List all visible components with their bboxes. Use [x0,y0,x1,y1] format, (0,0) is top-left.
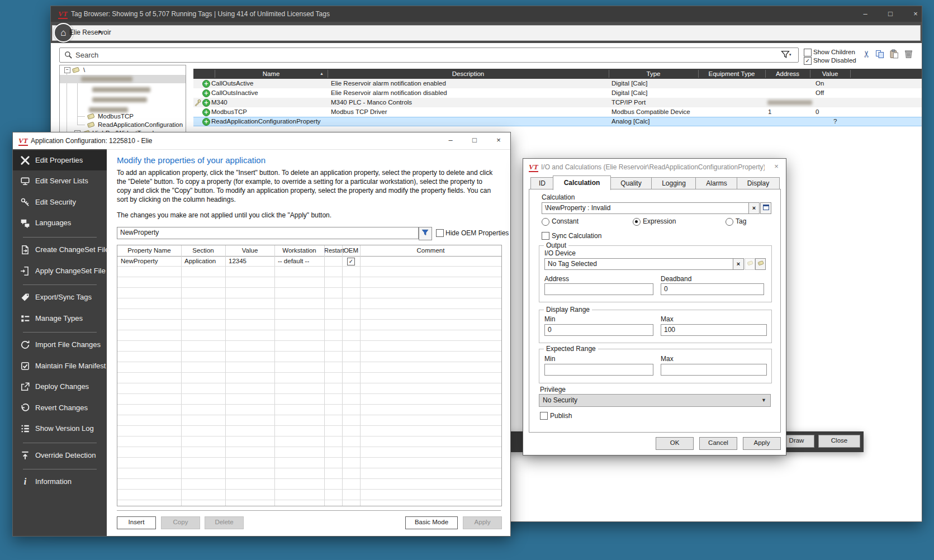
display-min-input[interactable]: 0 [544,324,653,336]
tab-display[interactable]: Display [737,177,780,189]
sidebar-item-manage-types[interactable]: Manage Types [13,309,107,329]
oem-checkbox[interactable]: ✓ [347,258,355,265]
sidebar-item-label: Maintain File Manifest [35,362,106,370]
sidebar-item-edit-properties[interactable]: Edit Properties [13,150,107,170]
show-children-checkbox[interactable] [804,49,812,56]
apply-button[interactable]: Apply [743,437,781,450]
new-tag-button[interactable] [755,258,766,270]
tab-logging[interactable]: Logging [651,177,696,189]
close-icon[interactable]: × [768,159,785,174]
display-max-input[interactable]: 100 [661,324,767,336]
sidebar-item-edit-security[interactable]: Edit Security [13,192,107,212]
sidebar-item-create-changeset-file[interactable]: Create ChangeSet File [13,240,107,260]
delete-button[interactable]: Delete [205,516,244,529]
edit-tag-button[interactable] [745,258,755,270]
search-input[interactable]: Search ▾ [59,48,799,63]
column-header-value[interactable]: Value [810,69,850,79]
sidebar-item-override-detection[interactable]: Override Detection [13,445,107,466]
sync-calculation-checkbox[interactable] [542,232,549,240]
table-row[interactable]: + CallOutsActive Elie Reservoir alarm no… [193,79,922,88]
column-header-equipment-type[interactable]: Equipment Type [698,69,765,79]
column-header-description[interactable]: Description [328,69,609,79]
basic-mode-button[interactable]: Basic Mode [405,516,458,529]
sidebar-item-languages[interactable]: Languages [13,213,107,233]
col-property-name[interactable]: Property Name [117,245,181,256]
app-config-titlebar[interactable]: VT Application Configuration: 1225810 - … [13,132,510,150]
property-table[interactable]: Property Name Section Value Workstation … [117,245,502,506]
sidebar-item-export-sync-tags[interactable]: Export/Sync Tags [13,287,107,307]
col-workstation[interactable]: Workstation [274,245,324,256]
property-filter-input[interactable]: NewProperty [117,227,419,239]
tab-quality[interactable]: Quality [610,177,652,189]
tag-enabled-icon: + [202,89,210,97]
breadcrumb[interactable]: Elie Reservoir [69,29,111,36]
tree-item-readapplicationconfiguration[interactable]: ReadApplicationConfiguration [98,121,183,129]
col-restart[interactable]: Restart [324,245,342,256]
tree-item-modbustcp[interactable]: ModbusTCP [98,112,134,120]
paste-icon[interactable] [889,49,899,59]
maximize-icon[interactable]: □ [466,133,483,148]
sidebar-item-revert-changes[interactable]: Revert Changes [13,398,107,418]
insert-button[interactable]: Insert [117,516,156,529]
breadcrumb-arrow-icon[interactable]: ▶ [99,29,102,34]
column-header-type[interactable]: Type [609,69,698,79]
tab-calculation[interactable]: Calculation [553,175,611,190]
close-icon[interactable]: × [906,6,925,22]
address-input[interactable] [544,283,653,295]
vtscada-logo-icon: VT [529,163,538,172]
show-disabled-checkbox[interactable]: ✓ [804,57,812,65]
expression-editor-button[interactable] [760,202,771,214]
sidebar-item-maintain-file-manifest[interactable]: Maintain File Manifest [13,356,107,376]
clear-io-device-button[interactable]: × [733,258,744,270]
column-header-name[interactable]: Name [215,69,328,79]
tag-browser-titlebar[interactable]: VT Tag Browser: Showing 5 of 5,707 Runni… [51,6,922,22]
col-oem[interactable]: OEM [342,245,360,256]
publish-checkbox[interactable] [540,412,548,420]
sidebar-item-import-file-changes[interactable]: Import File Changes [13,335,107,355]
tree-selected-row[interactable] [60,75,186,83]
column-header-address[interactable]: Address [765,69,810,79]
tree-root-label[interactable]: \ [83,66,85,74]
maximize-icon[interactable]: □ [881,6,900,22]
ok-button[interactable]: OK [656,437,694,450]
dialog-title: Application Configuration: 1225810 - Eli… [31,137,152,145]
table-row[interactable]: + CallOutsInactive Elie Reservoir alarm … [193,88,922,98]
table-row[interactable]: + M340 M340 PLC - Manco Controls TCP/IP … [193,98,922,107]
col-comment[interactable]: Comment [360,245,501,256]
sidebar-item-apply-changeset-file[interactable]: Apply ChangeSet File [13,261,107,281]
calculation-input[interactable]: \NewProperty : Invalid [542,202,750,214]
copy-button[interactable]: Copy [161,516,200,529]
copy-icon[interactable] [875,50,884,59]
delete-trash-icon[interactable] [904,49,913,59]
col-section[interactable]: Section [181,245,225,256]
table-row-selected[interactable]: + ReadApplicationConfigurationProperty A… [193,117,922,126]
tag-radio[interactable] [726,218,733,226]
apply-button[interactable]: Apply [463,516,502,529]
cut-icon[interactable]: ✂ [861,50,872,58]
minimize-icon[interactable]: – [442,133,459,148]
collapse-icon[interactable]: − [64,67,70,73]
expected-min-input[interactable] [544,364,653,376]
col-value[interactable]: Value [225,245,274,256]
expression-radio[interactable] [633,218,641,226]
minimize-icon[interactable]: – [856,6,875,22]
filter-button[interactable] [419,227,432,240]
close-button[interactable]: Close [818,435,860,448]
privilege-select[interactable]: No Security ▼ [539,394,771,407]
tab-id[interactable]: ID [530,177,554,189]
io-device-input[interactable]: No Tag Selected [544,258,734,270]
cancel-button[interactable]: Cancel [699,437,737,450]
io-dialog-titlebar[interactable]: VT I/O and Calculations (Elie Reservoir\… [523,159,786,175]
deadband-input[interactable]: 0 [661,283,764,295]
sidebar-item-deploy-changes[interactable]: Deploy Changes [13,377,107,397]
constant-radio[interactable] [542,218,549,226]
hide-oem-checkbox[interactable] [436,229,444,237]
sidebar-item-information[interactable]: i Information [13,472,107,492]
sidebar-item-edit-server-lists[interactable]: Edit Server Lists [13,171,107,191]
clear-calculation-button[interactable]: × [748,202,760,214]
tab-alarms[interactable]: Alarms [695,177,738,189]
expected-max-input[interactable] [661,364,767,376]
sidebar-item-show-version-log[interactable]: Show Version Log [13,419,107,439]
close-icon[interactable]: × [490,133,507,148]
table-row[interactable]: + ModbusTCP Modbus TCP Driver Modbus Com… [193,107,922,117]
